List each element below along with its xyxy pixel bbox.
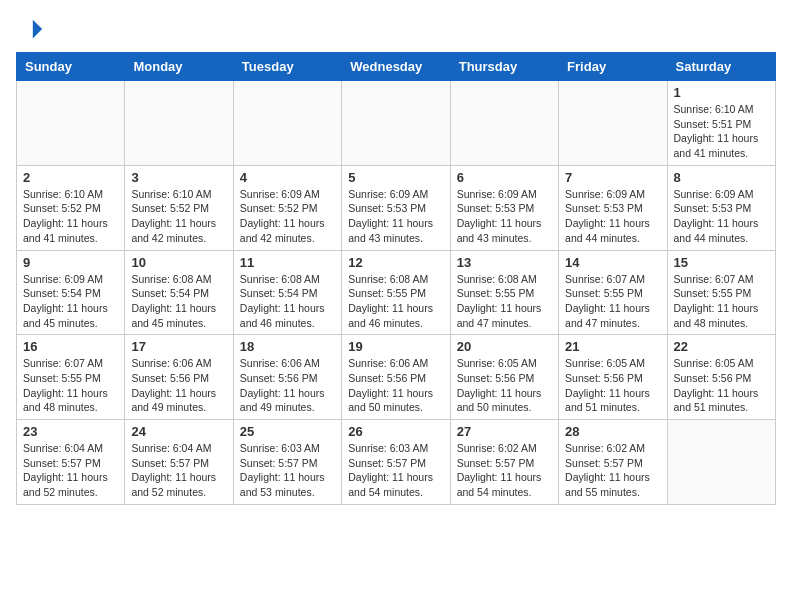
day-cell: 17Sunrise: 6:06 AM Sunset: 5:56 PM Dayli…	[125, 335, 233, 420]
day-cell: 10Sunrise: 6:08 AM Sunset: 5:54 PM Dayli…	[125, 250, 233, 335]
day-cell	[125, 81, 233, 166]
day-info: Sunrise: 6:09 AM Sunset: 5:53 PM Dayligh…	[565, 187, 660, 246]
logo-icon	[16, 16, 44, 44]
day-number: 8	[674, 170, 769, 185]
day-cell: 2Sunrise: 6:10 AM Sunset: 5:52 PM Daylig…	[17, 165, 125, 250]
page-header	[16, 16, 776, 44]
day-info: Sunrise: 6:09 AM Sunset: 5:52 PM Dayligh…	[240, 187, 335, 246]
day-number: 17	[131, 339, 226, 354]
day-info: Sunrise: 6:08 AM Sunset: 5:54 PM Dayligh…	[131, 272, 226, 331]
day-number: 28	[565, 424, 660, 439]
day-info: Sunrise: 6:02 AM Sunset: 5:57 PM Dayligh…	[457, 441, 552, 500]
calendar-table: SundayMondayTuesdayWednesdayThursdayFrid…	[16, 52, 776, 505]
day-number: 21	[565, 339, 660, 354]
weekday-header-thursday: Thursday	[450, 53, 558, 81]
day-info: Sunrise: 6:06 AM Sunset: 5:56 PM Dayligh…	[240, 356, 335, 415]
week-row-5: 23Sunrise: 6:04 AM Sunset: 5:57 PM Dayli…	[17, 420, 776, 505]
day-info: Sunrise: 6:10 AM Sunset: 5:52 PM Dayligh…	[23, 187, 118, 246]
day-cell	[17, 81, 125, 166]
day-info: Sunrise: 6:04 AM Sunset: 5:57 PM Dayligh…	[23, 441, 118, 500]
day-cell: 21Sunrise: 6:05 AM Sunset: 5:56 PM Dayli…	[559, 335, 667, 420]
weekday-header-saturday: Saturday	[667, 53, 775, 81]
week-row-2: 2Sunrise: 6:10 AM Sunset: 5:52 PM Daylig…	[17, 165, 776, 250]
day-cell: 12Sunrise: 6:08 AM Sunset: 5:55 PM Dayli…	[342, 250, 450, 335]
day-info: Sunrise: 6:09 AM Sunset: 5:53 PM Dayligh…	[674, 187, 769, 246]
day-number: 13	[457, 255, 552, 270]
day-number: 22	[674, 339, 769, 354]
day-number: 23	[23, 424, 118, 439]
day-cell	[342, 81, 450, 166]
day-number: 26	[348, 424, 443, 439]
day-cell: 1Sunrise: 6:10 AM Sunset: 5:51 PM Daylig…	[667, 81, 775, 166]
weekday-header-wednesday: Wednesday	[342, 53, 450, 81]
day-cell: 16Sunrise: 6:07 AM Sunset: 5:55 PM Dayli…	[17, 335, 125, 420]
weekday-header-friday: Friday	[559, 53, 667, 81]
weekday-header-row: SundayMondayTuesdayWednesdayThursdayFrid…	[17, 53, 776, 81]
day-info: Sunrise: 6:09 AM Sunset: 5:53 PM Dayligh…	[348, 187, 443, 246]
day-info: Sunrise: 6:05 AM Sunset: 5:56 PM Dayligh…	[565, 356, 660, 415]
day-info: Sunrise: 6:09 AM Sunset: 5:53 PM Dayligh…	[457, 187, 552, 246]
day-cell	[667, 420, 775, 505]
day-number: 9	[23, 255, 118, 270]
day-cell: 25Sunrise: 6:03 AM Sunset: 5:57 PM Dayli…	[233, 420, 341, 505]
weekday-header-monday: Monday	[125, 53, 233, 81]
day-info: Sunrise: 6:08 AM Sunset: 5:55 PM Dayligh…	[348, 272, 443, 331]
day-cell	[233, 81, 341, 166]
day-number: 16	[23, 339, 118, 354]
day-number: 14	[565, 255, 660, 270]
day-number: 19	[348, 339, 443, 354]
day-info: Sunrise: 6:07 AM Sunset: 5:55 PM Dayligh…	[23, 356, 118, 415]
weekday-header-sunday: Sunday	[17, 53, 125, 81]
day-cell: 7Sunrise: 6:09 AM Sunset: 5:53 PM Daylig…	[559, 165, 667, 250]
day-info: Sunrise: 6:05 AM Sunset: 5:56 PM Dayligh…	[674, 356, 769, 415]
day-cell: 22Sunrise: 6:05 AM Sunset: 5:56 PM Dayli…	[667, 335, 775, 420]
day-cell: 14Sunrise: 6:07 AM Sunset: 5:55 PM Dayli…	[559, 250, 667, 335]
day-info: Sunrise: 6:02 AM Sunset: 5:57 PM Dayligh…	[565, 441, 660, 500]
week-row-4: 16Sunrise: 6:07 AM Sunset: 5:55 PM Dayli…	[17, 335, 776, 420]
day-info: Sunrise: 6:06 AM Sunset: 5:56 PM Dayligh…	[131, 356, 226, 415]
logo	[16, 16, 48, 44]
day-info: Sunrise: 6:08 AM Sunset: 5:54 PM Dayligh…	[240, 272, 335, 331]
day-number: 18	[240, 339, 335, 354]
weekday-header-tuesday: Tuesday	[233, 53, 341, 81]
week-row-1: 1Sunrise: 6:10 AM Sunset: 5:51 PM Daylig…	[17, 81, 776, 166]
day-info: Sunrise: 6:08 AM Sunset: 5:55 PM Dayligh…	[457, 272, 552, 331]
day-number: 7	[565, 170, 660, 185]
day-number: 24	[131, 424, 226, 439]
day-info: Sunrise: 6:03 AM Sunset: 5:57 PM Dayligh…	[240, 441, 335, 500]
day-cell: 28Sunrise: 6:02 AM Sunset: 5:57 PM Dayli…	[559, 420, 667, 505]
day-info: Sunrise: 6:04 AM Sunset: 5:57 PM Dayligh…	[131, 441, 226, 500]
day-cell: 20Sunrise: 6:05 AM Sunset: 5:56 PM Dayli…	[450, 335, 558, 420]
day-cell: 19Sunrise: 6:06 AM Sunset: 5:56 PM Dayli…	[342, 335, 450, 420]
day-cell	[559, 81, 667, 166]
day-number: 15	[674, 255, 769, 270]
day-number: 10	[131, 255, 226, 270]
day-info: Sunrise: 6:09 AM Sunset: 5:54 PM Dayligh…	[23, 272, 118, 331]
day-cell: 15Sunrise: 6:07 AM Sunset: 5:55 PM Dayli…	[667, 250, 775, 335]
day-cell: 24Sunrise: 6:04 AM Sunset: 5:57 PM Dayli…	[125, 420, 233, 505]
day-cell: 3Sunrise: 6:10 AM Sunset: 5:52 PM Daylig…	[125, 165, 233, 250]
day-number: 2	[23, 170, 118, 185]
day-cell: 26Sunrise: 6:03 AM Sunset: 5:57 PM Dayli…	[342, 420, 450, 505]
day-number: 4	[240, 170, 335, 185]
day-cell: 5Sunrise: 6:09 AM Sunset: 5:53 PM Daylig…	[342, 165, 450, 250]
day-number: 3	[131, 170, 226, 185]
day-info: Sunrise: 6:07 AM Sunset: 5:55 PM Dayligh…	[565, 272, 660, 331]
day-number: 5	[348, 170, 443, 185]
week-row-3: 9Sunrise: 6:09 AM Sunset: 5:54 PM Daylig…	[17, 250, 776, 335]
day-cell: 4Sunrise: 6:09 AM Sunset: 5:52 PM Daylig…	[233, 165, 341, 250]
day-info: Sunrise: 6:03 AM Sunset: 5:57 PM Dayligh…	[348, 441, 443, 500]
day-cell: 11Sunrise: 6:08 AM Sunset: 5:54 PM Dayli…	[233, 250, 341, 335]
day-number: 6	[457, 170, 552, 185]
day-info: Sunrise: 6:10 AM Sunset: 5:51 PM Dayligh…	[674, 102, 769, 161]
day-cell: 6Sunrise: 6:09 AM Sunset: 5:53 PM Daylig…	[450, 165, 558, 250]
day-number: 1	[674, 85, 769, 100]
day-number: 20	[457, 339, 552, 354]
day-number: 11	[240, 255, 335, 270]
day-cell: 8Sunrise: 6:09 AM Sunset: 5:53 PM Daylig…	[667, 165, 775, 250]
day-number: 25	[240, 424, 335, 439]
day-cell: 23Sunrise: 6:04 AM Sunset: 5:57 PM Dayli…	[17, 420, 125, 505]
day-cell	[450, 81, 558, 166]
day-info: Sunrise: 6:10 AM Sunset: 5:52 PM Dayligh…	[131, 187, 226, 246]
day-cell: 18Sunrise: 6:06 AM Sunset: 5:56 PM Dayli…	[233, 335, 341, 420]
